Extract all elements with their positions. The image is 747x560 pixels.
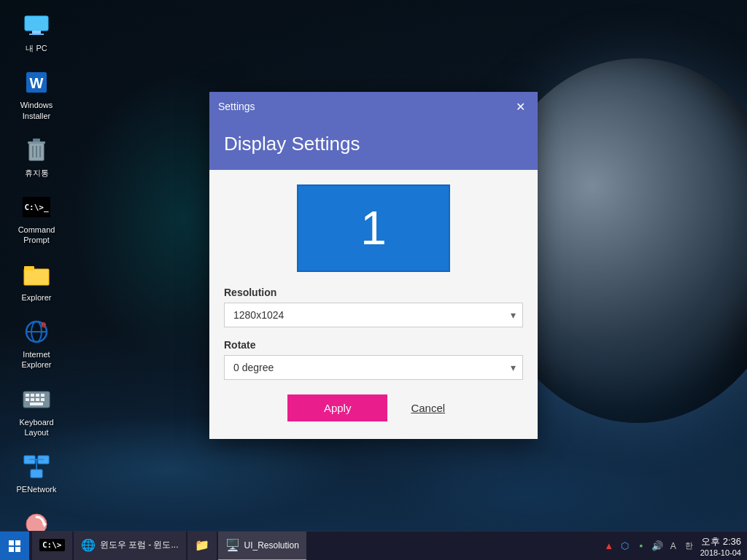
taskbar-ui-res-label: UI_Resolution (244, 540, 299, 551)
tray-time: 오후 2:36 2018-10-04 (700, 535, 741, 557)
close-button[interactable]: ✕ (511, 98, 529, 115)
tray-net-icon: ⬡ (619, 540, 632, 553)
rotate-label: Rotate (224, 339, 523, 351)
dialog-header: Display Settings (209, 121, 538, 170)
taskbar-ui-res-icon: 🖥️ (225, 538, 240, 552)
cancel-button[interactable]: Cancel (396, 394, 460, 421)
taskbar-ie-icon: 🌐 (81, 538, 96, 552)
apply-button[interactable]: Apply (287, 394, 388, 421)
tray-date-value: 2018-10-04 (700, 548, 741, 557)
desktop: 내 PC W WindowsInstaller (0, 0, 747, 560)
taskbar-item-cmd[interactable]: C:\> (32, 532, 72, 561)
tray-time-value: 오후 2:36 (700, 535, 741, 548)
rotate-field-group: Rotate 0 degree 90 degree 180 degree 270… (224, 339, 523, 380)
svg-rect-38 (15, 547, 20, 552)
resolution-field-group: Resolution 640x480 800x600 747x560 1280… (224, 287, 523, 327)
taskbar-item-ie[interactable]: 🌐 윈도우 포럼 - 윈도... (74, 532, 186, 561)
tray-icons: ▲ ⬡ ▪ 🔊 A 한 (603, 540, 696, 553)
taskbar-items: C:\> 🌐 윈도우 포럼 - 윈도... 📁 🖥️ UI_Resolution (29, 532, 597, 561)
tray-battery-icon: ▪ (635, 540, 648, 553)
monitor-box: 1 (297, 184, 450, 272)
resolution-select-wrapper: 640x480 800x600 747x560 1280x1024 1366x… (224, 303, 523, 327)
tray-korean-icon: 한 (683, 540, 696, 553)
svg-rect-35 (9, 540, 14, 545)
taskbar-explorer-icon: 📁 (195, 538, 209, 552)
rotate-select-wrapper: 0 degree 90 degree 180 degree 270 degree… (224, 355, 523, 380)
tray-volume-icon: 🔊 (651, 540, 664, 553)
dialog-titlebar: Settings ✕ (209, 92, 538, 121)
resolution-select[interactable]: 640x480 800x600 747x560 1280x1024 1366x… (224, 303, 523, 327)
taskbar-ie-label: 윈도우 포럼 - 윈도... (100, 539, 179, 551)
svg-rect-36 (15, 540, 20, 545)
taskbar-cmd-icon: C:\> (39, 539, 65, 551)
dialog-header-title: Display Settings (224, 133, 523, 155)
dialog-title: Settings (218, 101, 255, 112)
monitor-preview: 1 (224, 184, 523, 272)
dialog-body: 1 Resolution 640x480 800x600 747x560 12… (209, 170, 538, 439)
rotate-select[interactable]: 0 degree 90 degree 180 degree 270 degree (224, 355, 523, 380)
taskbar: C:\> 🌐 윈도우 포럼 - 윈도... 📁 🖥️ UI_Resolution… (0, 531, 747, 560)
settings-dialog: Settings ✕ Display Settings 1 Resolution (209, 92, 538, 439)
modal-overlay: Settings ✕ Display Settings 1 Resolution (0, 0, 747, 531)
taskbar-item-explorer[interactable]: 📁 (187, 532, 217, 561)
taskbar-tray: ▲ ⬡ ▪ 🔊 A 한 오후 2:36 2018-10-04 (597, 535, 747, 557)
dialog-buttons: Apply Cancel (224, 394, 523, 421)
start-button[interactable] (0, 532, 29, 561)
taskbar-item-ui-resolution[interactable]: 🖥️ UI_Resolution (218, 532, 306, 561)
tray-lang-icon: A (667, 540, 680, 553)
tray-chart-icon: ▲ (603, 540, 616, 553)
svg-rect-37 (9, 547, 14, 552)
monitor-number: 1 (360, 205, 387, 252)
resolution-label: Resolution (224, 287, 523, 298)
